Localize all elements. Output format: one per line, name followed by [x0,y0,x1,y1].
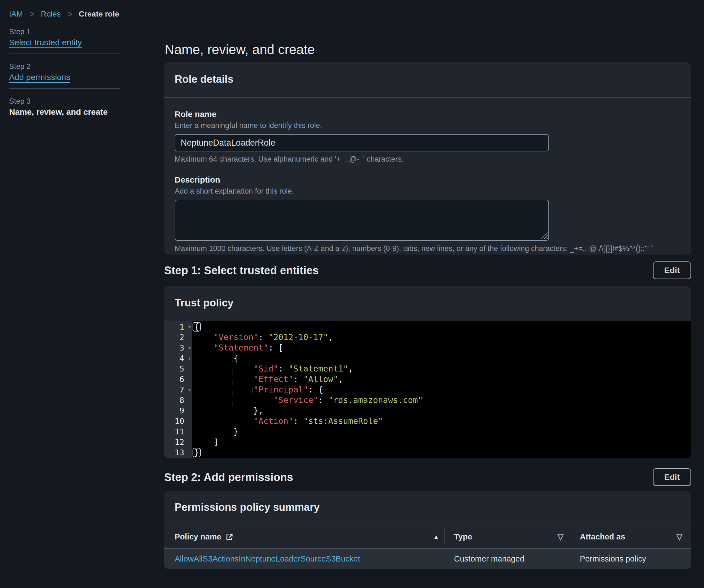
type-column-label: Type [454,525,472,548]
code-line: "Action": "sts:AssumeRole" [194,416,691,426]
role-name-input[interactable] [175,134,549,152]
breadcrumb-current: Create role [79,10,119,18]
description-textarea[interactable] [175,200,549,241]
breadcrumb-link-roles[interactable]: Roles [41,10,61,18]
breadcrumb-link-iam[interactable]: IAM [9,10,23,18]
line-number: 8 [164,395,192,405]
column-divider [570,529,570,544]
divider [9,54,120,54]
line-number: 5 [164,363,192,374]
role-details-container: Role details Role name Enter a meaningfu… [164,62,691,254]
code-line: "Service": "rds.amazonaws.com" [194,395,691,405]
policy-name-link[interactable]: AllowAllS3ActionsInNeptuneLoaderSourceS3… [175,549,360,569]
edit-permissions-button[interactable]: Edit [653,468,691,486]
permissions-container: Permissions policy summary Policy name ▲… [164,491,691,569]
sidebar-item-name-review-create: Name, review, and create [9,107,120,117]
line-number: 13 [164,447,192,458]
trust-policy-code-editor: 1▾23▾4▾567▾8910111213 { "Version": "2012… [164,321,691,458]
code-line: { [194,321,691,332]
role-name-label: Role name [175,110,681,119]
line-number: 6 [164,374,192,385]
step-1-link[interactable]: Select trusted entity [9,38,82,47]
step-2-link[interactable]: Add permissions [9,72,70,82]
filter-icon[interactable]: ▽ [558,525,564,548]
description-description: Add a short explanation for this role. [175,187,681,195]
code-line: { [194,353,691,363]
wizard-steps: Step 1 Select trusted entity Step 2 Add … [9,27,120,117]
line-number: 9 [164,405,192,416]
step1-heading-row: Step 1: Select trusted entities Edit [164,261,691,279]
step-3-label: Step 3 [9,97,120,105]
trust-policy-header: Trust policy [164,286,691,309]
code-line: } [194,447,691,458]
step2-heading-row: Step 2: Add permissions Edit [164,468,691,486]
permissions-header: Permissions policy summary [164,491,691,525]
step-2-label: Step 2 [9,62,120,71]
edit-trusted-entities-button[interactable]: Edit [653,261,691,279]
line-number: 10 [164,416,192,426]
role-details-form: Role name Enter a meaningful name to ide… [164,110,691,253]
code-line: } [194,426,691,437]
code-line: }, [194,405,691,416]
code-line: "Version": "2012-10-17", [194,332,691,343]
line-number: 3▾ [164,343,192,353]
code-gutter: 1▾23▾4▾567▾8910111213 [164,321,192,458]
fold-arrow-icon[interactable]: ▾ [188,321,191,332]
column-divider [445,529,445,544]
sidebar-item-select-trusted-entity: Select trusted entity [9,38,120,48]
fold-arrow-icon[interactable]: ▾ [188,343,191,353]
breadcrumb-chevron-icon: > [30,9,35,19]
description-hint: Maximum 1000 characters. Use letters (A-… [175,244,681,253]
fold-arrow-icon[interactable]: ▾ [188,385,191,395]
code-line: "Sid": "Statement1", [194,363,691,374]
column-header-policy-name[interactable]: Policy name [175,525,233,548]
code-line: ] [194,437,691,447]
code-line: "Principal": { [194,385,691,395]
line-number: 4▾ [164,353,192,363]
fold-arrow-icon[interactable]: ▾ [188,353,191,363]
line-number: 1▾ [164,321,192,332]
attached-as-column-label: Attached as [580,525,625,548]
line-number: 7▾ [164,385,192,395]
trust-policy-container: Trust policy 1▾23▾4▾567▾8910111213 { "Ve… [164,286,691,458]
indent-guide [233,359,233,413]
page-title: Name, review, and create [165,41,315,58]
sort-ascending-icon[interactable]: ▲ [433,525,439,548]
role-name-description: Enter a meaningful name to identify this… [175,121,681,130]
code-area: { "Version": "2012-10-17", "Statement": … [192,321,691,458]
line-number: 12 [164,437,192,447]
filter-icon[interactable]: ▽ [677,525,683,548]
breadcrumb-chevron-icon: > [67,9,72,19]
step-1-label: Step 1 [9,27,120,36]
sidebar-item-add-permissions: Add permissions [9,72,120,82]
indent-guide [252,387,253,395]
policy-type-cell: Customer managed [454,549,524,569]
policy-name-column-label: Policy name [175,525,221,548]
divider [9,88,120,89]
breadcrumb: IAM > Roles > Create role [9,9,119,19]
step2-heading: Step 2: Add permissions [164,471,293,483]
external-link-icon [225,533,233,541]
table-row: AllowAllS3ActionsInNeptuneLoaderSourceS3… [164,549,691,569]
description-label: Description [175,175,681,184]
column-header-attached-as[interactable]: Attached as [580,525,625,548]
step1-heading: Step 1: Select trusted entities [164,264,318,277]
indent-guide [213,349,213,424]
description-textarea-wrap [175,200,549,241]
line-number: 11 [164,426,192,437]
role-name-hint: Maximum 64 characters. Use alphanumeric … [175,155,681,164]
column-header-type[interactable]: Type [454,525,472,548]
attached-as-cell: Permissions policy [580,549,646,569]
code-line: "Statement": [ [194,343,691,353]
role-details-header: Role details [164,62,691,98]
table-header-row: Policy name ▲ Type ▽ Attached as ▽ [164,525,691,549]
code-line: "Effect": "Allow", [194,374,691,385]
line-number: 2 [164,332,192,343]
